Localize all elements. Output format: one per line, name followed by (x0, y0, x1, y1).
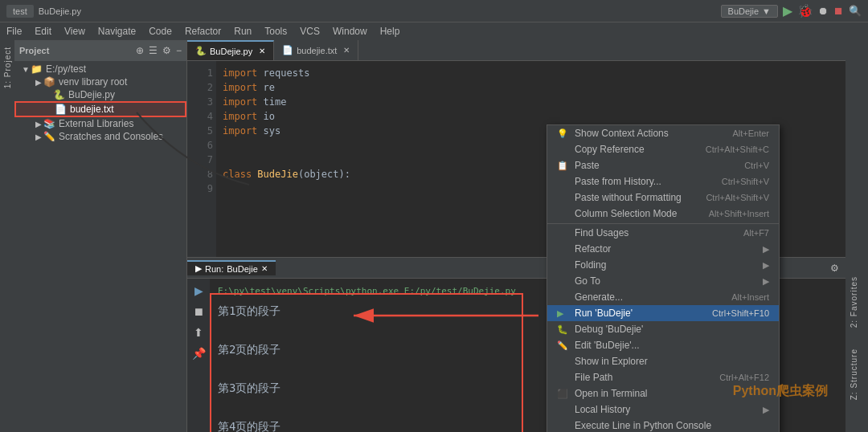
code-line-4: import io (223, 109, 839, 124)
ctx-left10: Go To (557, 275, 600, 287)
menu-refactor[interactable]: Refactor (178, 26, 227, 37)
run-tab[interactable]: ▶ Run: BuDejie ✕ (187, 260, 276, 275)
ctx-left18: Local History (557, 404, 630, 415)
panel-icons: ⊕ ☰ ⚙ − (136, 45, 182, 56)
rerun-button[interactable]: ▶ (190, 282, 207, 300)
tree-venv[interactable]: ▶ 📦 venv library root (14, 75, 186, 88)
menu-code[interactable]: Code (142, 26, 178, 37)
title-bar-right: BuDejie ▼ ▶ 🐞 ⏺ ⏹ 🔍 (721, 3, 862, 18)
menu-edit[interactable]: Edit (28, 26, 58, 37)
ctx-file-path-shortcut: Ctrl+Alt+F12 (719, 373, 769, 382)
scroll-from-source-icon[interactable]: ☰ (149, 45, 158, 56)
ctx-copy-reference[interactable]: Copy Reference Ctrl+Alt+Shift+C (547, 141, 779, 157)
ctx-generate[interactable]: Generate... Alt+Insert (547, 289, 779, 305)
left-sidebar-strip: 1: Project (0, 40, 14, 432)
ctx-column-selection[interactable]: Column Selection Mode Alt+Shift+Insert (547, 206, 779, 222)
context-menu: 💡 Show Context Actions Alt+Enter Copy Re… (547, 124, 780, 432)
locate-icon[interactable]: ⊕ (136, 45, 144, 56)
ctx-local-history[interactable]: Local History ▶ (547, 401, 779, 418)
tree-budejie-txt[interactable]: 📄 budejie.txt (14, 101, 186, 117)
run-button[interactable]: ▶ (783, 3, 792, 18)
minimize-icon[interactable]: − (176, 45, 182, 56)
ctx-left6: Column Selection Mode (557, 208, 677, 219)
tree-budejie-py[interactable]: 🐍 BuDejie.py (14, 88, 186, 101)
code-line-2: import re (223, 80, 839, 95)
tab-budejie-txt[interactable]: 📄 budejie.txt ✕ (274, 40, 358, 60)
ctx-show-context-actions[interactable]: 💡 Show Context Actions Alt+Enter (547, 125, 779, 141)
budejie-txt-label: budejie.txt (70, 104, 114, 115)
run-sidebar: ▶ ⏹ ⬆ 📌 (187, 279, 210, 432)
py-file-icon: 🐍 (53, 89, 65, 100)
tab-py-close[interactable]: ✕ (259, 47, 265, 55)
ctx-goto[interactable]: Go To ▶ (547, 273, 779, 289)
stop-button[interactable]: ⏹ (833, 5, 844, 17)
ctx-edit-budejie[interactable]: ✏️ Edit 'BuDejie'... (547, 337, 779, 353)
tab-budejie-py[interactable]: 🐍 BuDejie.py ✕ (187, 40, 274, 60)
ctx-paste-history-label: Paste from History... (575, 176, 661, 187)
title-bar: test BuDejie.py BuDejie ▼ ▶ 🐞 ⏺ ⏹ 🔍 (0, 0, 868, 22)
file-tab[interactable]: BuDejie.py (39, 6, 81, 16)
ctx-paste-no-format[interactable]: Paste without Formatting Ctrl+Alt+Shift+… (547, 190, 779, 206)
tab-txt-label: budejie.txt (297, 46, 337, 55)
ctx-paste-shortcut: Ctrl+V (744, 161, 769, 170)
stop-run-button[interactable]: ⏹ (190, 303, 207, 320)
ext-lib-label: External Libraries (59, 118, 133, 129)
ctx-folding[interactable]: Folding ▶ (547, 257, 779, 273)
menu-run[interactable]: Run (227, 26, 258, 37)
tree-ext-lib[interactable]: ▶ 📚 External Libraries (14, 117, 186, 130)
menu-view[interactable]: View (58, 26, 92, 37)
code-line-1: import requests (223, 66, 839, 80)
ctx-open-terminal[interactable]: ⬛ Open in Terminal (547, 385, 779, 401)
coverage-button[interactable]: ⏺ (818, 5, 829, 17)
project-tab[interactable]: test (6, 5, 34, 18)
ctx-left4: Paste from History... (557, 176, 661, 187)
root-label: E:/py/test (46, 63, 86, 75)
ctx-left19: Execute Line in Python Console (557, 420, 711, 431)
menu-window[interactable]: Window (326, 26, 374, 37)
pin-tab-button[interactable]: 📌 (190, 344, 207, 362)
ctx-terminal-icon: ⬛ (557, 389, 570, 399)
ctx-execute-line[interactable]: Execute Line in Python Console (547, 418, 779, 432)
menu-navigate[interactable]: Navigate (92, 26, 142, 37)
menu-tools[interactable]: Tools (258, 26, 293, 37)
ctx-run-budejie[interactable]: ▶ Run 'BuDejie' Ctrl+Shift+F10 (547, 305, 779, 321)
project-panel: Project ⊕ ☰ ⚙ − ▼ 📁 E:/py/test ▶ (14, 40, 187, 432)
tab-txt-close[interactable]: ✕ (343, 46, 350, 55)
dropdown-arrow-icon: ▼ (762, 6, 771, 16)
panel-title: Project (19, 46, 49, 55)
gear-icon[interactable]: ⚙ (162, 45, 171, 56)
menu-file[interactable]: File (0, 26, 28, 37)
ctx-refactor[interactable]: Refactor ▶ (547, 241, 779, 257)
ctx-left11: Generate... (557, 291, 623, 303)
run-tab-close[interactable]: ✕ (261, 264, 268, 273)
run-config-name: BuDejie (227, 264, 258, 274)
run-config-dropdown[interactable]: BuDejie ▼ (721, 5, 778, 18)
ctx-open-terminal-label: Open in Terminal (575, 388, 648, 399)
venv-arrow-icon: ▶ (34, 78, 43, 87)
favorites-label[interactable]: 2: Favorites (850, 276, 858, 328)
debug-button[interactable]: 🐞 (797, 3, 813, 18)
tree-root[interactable]: ▼ 📁 E:/py/test (14, 63, 186, 75)
ctx-paste-icon: 📋 (557, 161, 570, 171)
right-scrollbar[interactable] (862, 40, 868, 432)
menu-help[interactable]: Help (374, 26, 407, 37)
tree-scratches[interactable]: ▶ ✏️ Scratches and Consoles (14, 130, 186, 143)
ctx-file-path[interactable]: File Path Ctrl+Alt+F12 (547, 369, 779, 385)
restore-layout-button[interactable]: ⬆ (190, 324, 207, 341)
ctx-local-history-arrow: ▶ (763, 405, 769, 415)
ext-lib-icon: 📚 (43, 118, 55, 129)
ctx-find-usages[interactable]: Find Usages Alt+F7 (547, 223, 779, 241)
structure-label[interactable]: Z: Structure (850, 348, 858, 400)
ctx-paste[interactable]: 📋 Paste Ctrl+V (547, 157, 779, 173)
project-panel-label[interactable]: 1: Project (3, 47, 12, 88)
ctx-paste-no-format-shortcut: Ctrl+Alt+Shift+V (706, 193, 769, 202)
ctx-show-explorer[interactable]: Show in Explorer (547, 353, 779, 369)
search-everywhere-icon[interactable]: 🔍 (849, 5, 862, 17)
scratch-arrow-icon: ▶ (34, 132, 43, 141)
ctx-debug-budejie[interactable]: 🐛 Debug 'BuDejie' (547, 321, 779, 337)
menu-vcs[interactable]: VCS (293, 26, 326, 37)
run-panel-controls: ⚙ (830, 263, 845, 274)
ctx-run-icon: ▶ (557, 308, 570, 319)
ctx-paste-history[interactable]: Paste from History... Ctrl+Shift+V (547, 173, 779, 190)
run-settings-icon[interactable]: ⚙ (830, 263, 839, 274)
